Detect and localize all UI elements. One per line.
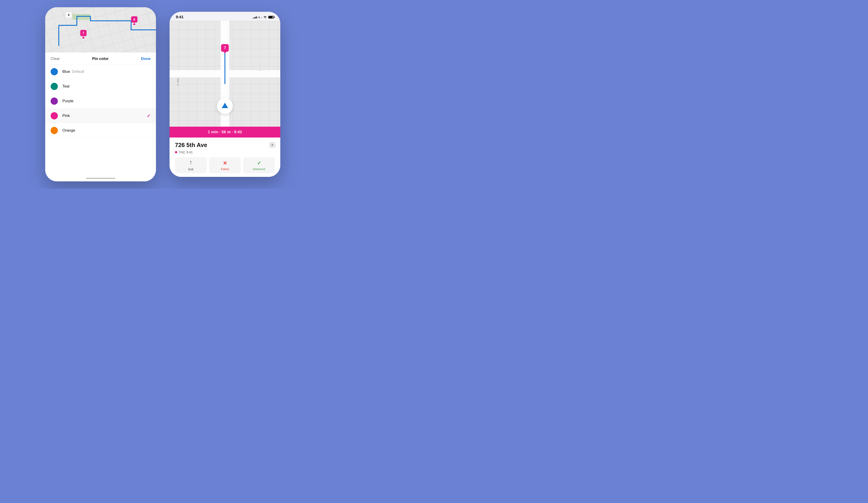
color-name-pink: Pink [62, 114, 70, 118]
purple-dot [51, 97, 58, 105]
blue-dot [51, 68, 58, 75]
home-indicator [45, 175, 156, 181]
nav-arrow-circle [217, 98, 233, 114]
orange-dot [51, 127, 58, 134]
nav-arrow-icon [222, 103, 228, 108]
done-button[interactable]: Done [141, 57, 151, 61]
destination-meta: 7/42, 9:41 [175, 151, 275, 154]
color-list: Blue Default Teal Purple Pink ✓ [45, 64, 156, 175]
color-item-purple[interactable]: Purple [45, 94, 156, 109]
signal-icon [253, 16, 257, 19]
svg-marker-7 [133, 23, 136, 25]
sheet-title: Pin color [92, 57, 109, 61]
status-icons: ▾ ᵥ [253, 16, 274, 19]
meta-text: 7/42, 9:41 [178, 151, 193, 154]
status-bar: 9:41 ▾ ᵥ [169, 12, 280, 21]
color-name-purple: Purple [62, 99, 73, 103]
wifi-svg-icon [264, 16, 267, 19]
eta-text: 1 min · 56 m · 9:42 [208, 130, 242, 134]
destination-card: 726 5th Ave 7/42, 9:41 Exit [169, 137, 280, 177]
right-phone: 9:41 ▾ ᵥ [169, 12, 280, 177]
color-item-blue[interactable]: Blue Default [45, 64, 156, 79]
right-route-line [225, 52, 225, 84]
failed-label: Failed [221, 167, 229, 171]
battery-icon [268, 16, 274, 19]
pink-checkmark: ✓ [147, 113, 151, 119]
color-name-blue: Blue [62, 70, 70, 74]
right-pin-7: 7 [221, 44, 229, 52]
right-map-background: 5th Ave E 45th St 7 [169, 21, 280, 127]
clear-button[interactable]: Clear [51, 57, 60, 61]
exit-button[interactable]: Exit [175, 157, 207, 173]
left-phone: 8 7 6 Clear Pin color Done [45, 7, 156, 181]
map-route-svg: 8 7 6 [45, 7, 156, 52]
svg-text:8: 8 [68, 13, 70, 17]
right-map: 5th Ave E 45th St 7 [169, 21, 280, 127]
delivered-button[interactable]: ✓ Delivered [243, 157, 275, 173]
exit-icon [188, 160, 193, 166]
svg-text:6: 6 [133, 18, 135, 21]
color-item-teal[interactable]: Teal [45, 79, 156, 94]
signal-bar-1 [253, 18, 254, 19]
color-item-orange[interactable]: Orange [45, 123, 156, 138]
teal-dot [51, 83, 58, 90]
color-item-pink[interactable]: Pink ✓ [45, 109, 156, 123]
action-buttons: Exit ✕ Failed ✓ Delivered [175, 157, 275, 173]
map-background: 8 7 6 [45, 7, 156, 52]
svg-text:7: 7 [83, 31, 84, 35]
close-button[interactable]: ✕ [269, 142, 276, 148]
home-bar [86, 178, 115, 179]
right-pin-box: 7 [221, 44, 229, 52]
pink-dot [51, 112, 58, 120]
destination-address: 726 5th Ave [175, 142, 275, 148]
failed-button[interactable]: ✕ Failed [209, 157, 241, 173]
signal-bar-3 [255, 17, 256, 19]
eta-bar: 1 min · 56 m · 9:42 [169, 127, 280, 137]
color-name-orange: Orange [62, 128, 75, 133]
scene: 8 7 6 Clear Pin color Done [0, 0, 326, 189]
delivered-label: Delivered [253, 167, 265, 171]
default-label-blue: Default [72, 70, 84, 74]
sheet-header: Clear Pin color Done [45, 52, 156, 64]
signal-bar-4 [256, 16, 257, 19]
color-name-teal: Teal [62, 84, 69, 89]
battery-fill [269, 16, 272, 18]
meta-dot [175, 151, 177, 153]
delivered-icon: ✓ [257, 160, 261, 166]
status-time: 9:41 [176, 15, 184, 19]
signal-bar-2 [254, 17, 255, 19]
pin-color-sheet: Clear Pin color Done Blue Default Teal [45, 52, 156, 181]
left-phone-map: 8 7 6 [45, 7, 156, 52]
exit-label: Exit [188, 167, 194, 171]
svg-marker-4 [82, 36, 85, 39]
failed-icon: ✕ [223, 160, 227, 166]
wifi-icon: ▾ ᵥ [258, 16, 262, 19]
